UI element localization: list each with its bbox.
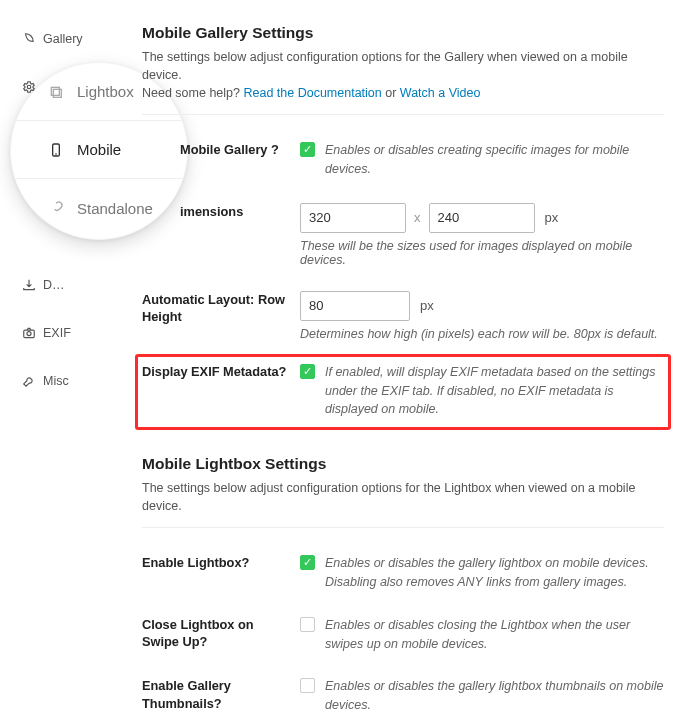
mobile-icon: [47, 142, 65, 158]
divider: [142, 114, 664, 115]
field-enable-lightbox: Enable Lightbox? ✓ Enables or disables t…: [142, 544, 664, 606]
download-icon: [22, 278, 36, 292]
section-title-lightbox: Mobile Lightbox Settings: [142, 455, 664, 473]
svg-point-0: [27, 85, 31, 89]
sidebar-item-label: Misc: [43, 374, 69, 388]
sidebar-item-misc[interactable]: Misc: [18, 364, 128, 412]
field-label: Enable Lightbox?: [142, 554, 300, 592]
exif-gallery-checkbox[interactable]: ✓: [300, 364, 315, 379]
field-label: imensions: [142, 203, 300, 267]
enable-lightbox-help: Enables or disables the gallery lightbox…: [325, 554, 664, 592]
magnifier-label: Lightbox: [77, 83, 134, 100]
read-docs-link[interactable]: Read the Documentation: [243, 86, 381, 100]
svg-rect-3: [51, 87, 59, 95]
camera-icon: [22, 326, 36, 340]
swipe-up-checkbox[interactable]: [300, 617, 315, 632]
field-label: Display EXIF Metadata?: [142, 363, 300, 419]
help-or: or: [382, 86, 400, 100]
sidebar-item-label: Gallery: [43, 32, 83, 46]
exif-gallery-help: If enabled, will display EXIF metadata b…: [325, 363, 664, 419]
divider: [142, 527, 664, 528]
mobile-gallery-checkbox[interactable]: ✓: [300, 142, 315, 157]
field-thumbnails: Enable Gallery Thumbnails? Enables or di…: [142, 667, 664, 713]
height-input[interactable]: [429, 203, 535, 233]
svg-point-2: [27, 332, 31, 336]
rowheight-help: Determines how high (in pixels) each row…: [300, 327, 664, 341]
field-rowheight: Automatic Layout: Row Height px Determin…: [142, 281, 664, 355]
dimension-separator: x: [414, 210, 421, 225]
magnifier-label: Mobile: [77, 141, 121, 158]
dimensions-help: These will be the sizes used for images …: [300, 239, 664, 267]
link-icon: [47, 200, 65, 216]
mobile-gallery-help: Enables or disables creating specific im…: [325, 141, 664, 179]
field-exif-gallery: Display EXIF Metadata? ✓ If enabled, wil…: [136, 355, 670, 429]
enable-lightbox-checkbox[interactable]: ✓: [300, 555, 315, 570]
sidebar-item-exif[interactable]: EXIF: [18, 316, 128, 364]
thumbnails-help: Enables or disables the gallery lightbox…: [325, 677, 664, 713]
field-swipe-up: Close Lightbox on Swipe Up? Enables or d…: [142, 606, 664, 668]
leaf-icon: [22, 32, 36, 46]
main-content: Mobile Gallery Settings The settings bel…: [142, 24, 664, 713]
sidebar-item-label: EXIF: [43, 326, 71, 340]
help-prefix: Need some help?: [142, 86, 243, 100]
watch-video-link[interactable]: Watch a Video: [400, 86, 481, 100]
field-label: Enable Gallery Thumbnails?: [142, 677, 300, 713]
svg-rect-4: [53, 89, 61, 97]
rowheight-input[interactable]: [300, 291, 410, 321]
sidebar-item-label: D…: [43, 278, 65, 292]
swipe-up-help: Enables or disables closing the Lightbox…: [325, 616, 664, 654]
dimension-suffix: px: [545, 210, 559, 225]
section-desc-lightbox: The settings below adjust configuration …: [142, 479, 664, 515]
layers-icon: [47, 84, 65, 100]
section-title-gallery: Mobile Gallery Settings: [142, 24, 664, 42]
field-mobile-gallery: Mobile Gallery ? ✓ Enables or disables c…: [142, 131, 664, 193]
field-label: Mobile Gallery ?: [142, 141, 300, 179]
field-label: Close Lightbox on Swipe Up?: [142, 616, 300, 654]
field-dimensions: imensions x px These will be the sizes u…: [142, 193, 664, 281]
thumbnails-checkbox[interactable]: [300, 678, 315, 693]
wrench-icon: [22, 374, 36, 388]
width-input[interactable]: [300, 203, 406, 233]
section-desc-text: The settings below adjust configuration …: [142, 50, 628, 82]
sidebar-item-d[interactable]: D…: [18, 268, 128, 316]
rowheight-suffix: px: [420, 298, 434, 313]
section-desc-gallery: The settings below adjust configuration …: [142, 48, 664, 102]
field-label: Automatic Layout: Row Height: [142, 291, 300, 341]
